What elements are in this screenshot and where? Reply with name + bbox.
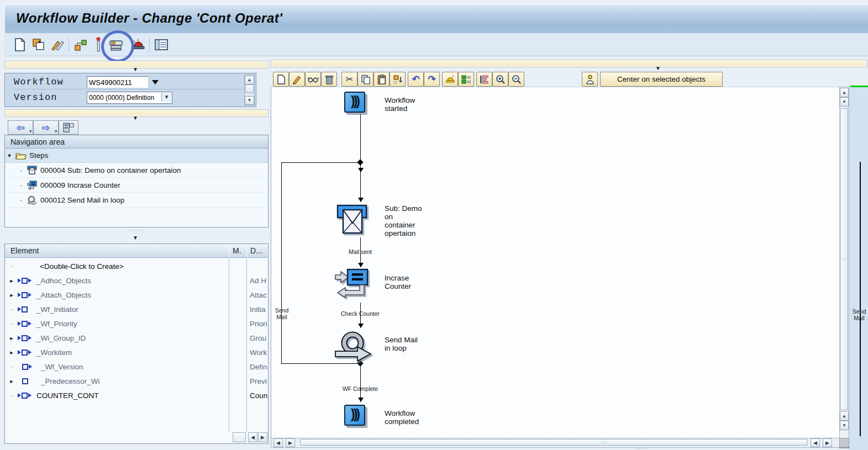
change-pencil-icon[interactable] [50, 37, 65, 52]
new-document-icon[interactable] [12, 37, 28, 52]
version-dropdown-icon[interactable]: ▼ [161, 93, 171, 102]
table-row[interactable]: · _Wf_Initiator Initia [6, 302, 267, 316]
copy-button[interactable] [357, 72, 373, 87]
tree-item-step[interactable]: · 000009 Incrase Counter [5, 178, 268, 193]
navigate-forward-button[interactable]: ⇨▾ [33, 120, 59, 135]
expander-icon[interactable]: ▼ [5, 153, 14, 158]
levels-button[interactable] [476, 72, 492, 87]
table-scroll-left-icon[interactable]: ◀ [248, 432, 257, 442]
tree-item-step[interactable]: · 000004 Sub: Demo on container opertaio… [5, 163, 268, 178]
collapse-arrow-icon[interactable]: ▼ [655, 66, 661, 71]
person-button[interactable] [582, 72, 598, 87]
loop-connector [281, 162, 361, 163]
scroll-right-icon[interactable]: ▶ [286, 438, 295, 447]
node-label: Workflow completed [385, 409, 456, 426]
loop-branch-label: Send Mail [850, 308, 868, 321]
connector-line [360, 361, 361, 402]
node-label: Incrase Counter [385, 274, 456, 290]
redo-button[interactable]: ↷ [424, 72, 440, 87]
scroll-left-icon[interactable]: ◀ [273, 438, 283, 447]
scroll-up-icon[interactable]: ▲ [245, 76, 254, 84]
create-button[interactable] [273, 72, 289, 87]
subworkflow-node[interactable] [336, 203, 369, 239]
container-operation-node[interactable] [334, 268, 370, 303]
scroll-up-icon[interactable]: ▲ [840, 88, 849, 97]
workflow-id-input[interactable] [87, 76, 149, 88]
scroll-down-icon[interactable]: ▼ [840, 421, 849, 430]
structure-icon [63, 123, 74, 133]
table-hscroll-thumb[interactable] [233, 432, 246, 442]
scroll-down-icon[interactable]: ▼ [840, 97, 849, 107]
window-grip[interactable]: ..... [635, 445, 649, 448]
page-title: Workflow Builder - Change 'Cont Operat' [16, 10, 282, 26]
edit-button[interactable] [289, 72, 305, 87]
delete-button[interactable] [321, 72, 337, 87]
scissors-icon: ✂ [346, 74, 353, 84]
element-table-panel: Element M. D... · <Double-Click to Creat… [4, 243, 269, 444]
subworkflow-step-icon [27, 165, 37, 175]
collapse-arrow-icon[interactable]: ▼ [133, 67, 138, 72]
table-view-icon[interactable] [154, 37, 169, 52]
diagram-hscrollbar[interactable]: ◀ ▶ ∷∷ ◀ ▶ [271, 438, 840, 448]
folder-open-icon [15, 151, 27, 160]
structure-view-button[interactable] [59, 120, 78, 135]
workflow-diagram-canvas[interactable]: ))) Workflow started Sub: Demo on contai… [271, 87, 840, 438]
workflow-dropdown-icon[interactable] [152, 80, 159, 84]
table-row[interactable]: ▸ _Predecessor_Wi Previ [6, 374, 267, 388]
container-element-icon [18, 393, 36, 399]
zoom-in-button[interactable] [492, 72, 508, 87]
scroll-down-icon[interactable]: ▼ [245, 96, 254, 105]
collapse-arrow-icon[interactable]: ▼ [133, 115, 138, 121]
workflow-started-node[interactable]: ))) [344, 92, 365, 113]
wizard-button[interactable] [442, 72, 458, 87]
organization-chart-icon[interactable] [73, 37, 88, 52]
collapse-arrow-icon[interactable]: ▼ [133, 235, 138, 241]
version-select[interactable]: 0000 (0000) Definition ▼ [87, 92, 172, 104]
overflow-view-fragment: Send Mail [849, 86, 868, 450]
loop-connector [860, 162, 861, 436]
column-header-d[interactable]: D... [247, 244, 267, 258]
center-on-selected-button[interactable]: Center on selected objects [600, 72, 723, 87]
table-row[interactable]: · _Wf_Priority Priori [6, 316, 267, 331]
undo-icon: ↶ [412, 73, 419, 85]
table-row[interactable]: · _Wf_Version Defin [6, 359, 267, 374]
vscroll-thumb[interactable]: ∶∶ [840, 108, 848, 410]
column-header-m[interactable]: M. [229, 244, 246, 258]
version-label: Version [14, 92, 57, 103]
table-row[interactable]: ▸ _Attach_Objects Attac [6, 288, 267, 302]
table-scroll-right-icon[interactable]: ▶ [258, 432, 267, 442]
workflow-completed-node[interactable]: ))) [344, 405, 365, 426]
display-button[interactable] [305, 72, 321, 87]
highlight-line [850, 86, 868, 87]
table-row[interactable]: ▸ _Adhoc_Objects Ad H [6, 273, 267, 288]
panel-scrollbar[interactable]: ▲ ▼ [244, 75, 255, 105]
insert-step-button[interactable] [390, 72, 406, 87]
table-row[interactable]: · <Double-Click to Create> [6, 259, 267, 273]
tree-item-step[interactable]: · 000012 Send Mail in loop [5, 193, 268, 208]
navigate-back-button[interactable]: ⇦▾ [8, 120, 33, 135]
loop-node[interactable] [333, 331, 377, 362]
splitter-grip[interactable]: ..... [130, 227, 144, 230]
docked-toolbar-strip[interactable] [271, 60, 867, 67]
hscroll-thumb[interactable]: ∷∷ [300, 439, 807, 446]
navigation-area-header: Navigation area [5, 135, 268, 149]
cut-button[interactable]: ✂ [341, 72, 357, 87]
align-blocks-button[interactable] [458, 72, 474, 87]
tree-node-steps[interactable]: ▼ Steps [5, 149, 268, 163]
table-row[interactable]: · COUNTER_CONT Coun [6, 388, 267, 403]
table-row[interactable]: ▸ _Wi_Group_ID Grou [6, 331, 267, 345]
diagram-vscrollbar[interactable]: ▲ ▼ ∶∶ ▲ ▼ [839, 87, 849, 438]
table-row[interactable]: ▸ _Workitem Work [6, 345, 267, 359]
undo-button[interactable]: ↶ [408, 72, 424, 87]
copy-icon[interactable] [31, 37, 46, 52]
zoom-out-button[interactable] [508, 72, 524, 87]
paste-button[interactable] [373, 72, 390, 87]
column-header-element[interactable]: Element [5, 244, 229, 258]
scroll-up-icon[interactable]: ▲ [840, 411, 849, 421]
scroll-right-icon[interactable]: ▶ [823, 438, 832, 447]
arrowhead-icon [358, 263, 364, 267]
arrowhead-icon [358, 324, 364, 328]
resize-grip[interactable] [839, 438, 849, 448]
scroll-left-icon[interactable]: ◀ [811, 438, 820, 447]
container-element-icon [18, 364, 41, 370]
